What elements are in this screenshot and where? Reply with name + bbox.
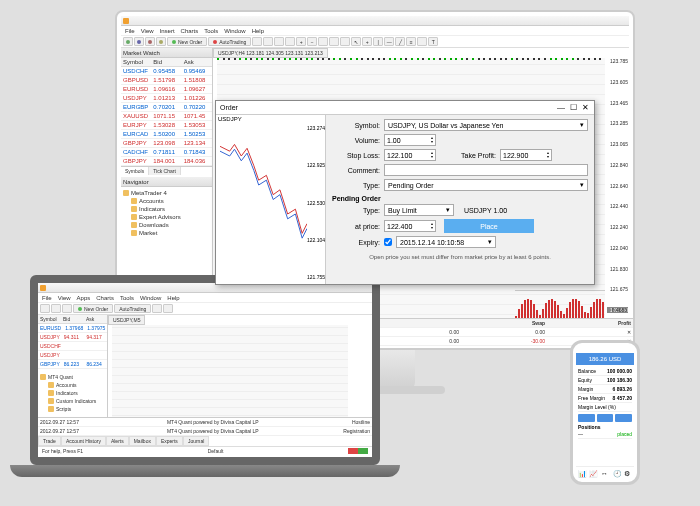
market-watch-row[interactable]: USDCHF0.954580.95469: [121, 67, 212, 76]
history-icon[interactable]: 🕘: [613, 470, 621, 478]
zoom-out-icon[interactable]: −: [307, 37, 317, 46]
cursor-icon[interactable]: ↖: [351, 37, 361, 46]
menu-charts[interactable]: Charts: [96, 295, 114, 301]
toolbar-button[interactable]: [40, 304, 50, 313]
symbol-field[interactable]: USDJPY, US Dollar vs Japanese Yen▾: [384, 119, 588, 131]
toolbar-button[interactable]: [62, 304, 72, 313]
atprice-stepper[interactable]: 122.400▴▾: [384, 220, 436, 232]
position-row[interactable]: —placed: [578, 430, 632, 439]
new-order-button[interactable]: New Order: [167, 37, 207, 46]
market-watch-row[interactable]: CADCHF0.718110.71843: [121, 148, 212, 157]
autotrading-button[interactable]: AutoTrading: [208, 37, 251, 46]
market-watch-row[interactable]: GBPJPY86.22386.234: [38, 360, 107, 369]
nav-expert-advisors[interactable]: Expert Advisors: [123, 213, 210, 221]
text-icon[interactable]: T: [428, 37, 438, 46]
toolbar-button[interactable]: [285, 37, 295, 46]
market-watch-row[interactable]: EURJPY1.530281.53053: [121, 121, 212, 130]
toolbar-button[interactable]: [329, 37, 339, 46]
mobile-button[interactable]: [578, 414, 595, 422]
volume-stepper[interactable]: 1.00▴▾: [384, 134, 436, 146]
trade-icon[interactable]: ↔: [601, 470, 609, 478]
channel-icon[interactable]: ≡: [406, 37, 416, 46]
mobile-button[interactable]: [615, 414, 632, 422]
new-order-button[interactable]: New Order: [73, 304, 113, 313]
maximize-icon[interactable]: ☐: [568, 103, 578, 113]
nav-accounts[interactable]: Accounts: [123, 197, 210, 205]
toolbar-button[interactable]: [318, 37, 328, 46]
market-watch-row[interactable]: XAUUSD1071.151071.45: [121, 112, 212, 121]
toolbar-button[interactable]: [252, 37, 262, 46]
nav-custom-indicators[interactable]: Custom Indicators: [40, 397, 105, 405]
market-watch-row[interactable]: EURUSD1.379681.37975: [38, 324, 107, 333]
minimize-icon[interactable]: —: [556, 103, 566, 113]
tab-tick-chart[interactable]: Tick Chart: [149, 167, 181, 175]
menu-file[interactable]: File: [42, 295, 52, 301]
zoom-in-icon[interactable]: +: [296, 37, 306, 46]
toolbar-button[interactable]: [152, 304, 162, 313]
menu-help[interactable]: Help: [252, 28, 264, 34]
toolbar-button[interactable]: [134, 37, 144, 46]
market-watch-row[interactable]: USDJPY: [38, 351, 107, 360]
menu-file[interactable]: File: [125, 28, 135, 34]
pending-type-field[interactable]: Buy Limit▾: [384, 204, 454, 216]
comment-field[interactable]: [384, 164, 588, 176]
tab-symbols[interactable]: Symbols: [121, 167, 149, 175]
market-watch-row[interactable]: USDJPY94.31194.317: [38, 333, 107, 342]
menu-charts[interactable]: Charts: [181, 28, 199, 34]
menu-insert[interactable]: Insert: [160, 28, 175, 34]
chart-tab[interactable]: USDJPY,H4 123.181 124.305 123.131 123.21…: [213, 48, 328, 58]
menu-apps[interactable]: Apps: [77, 295, 91, 301]
mobile-button[interactable]: [597, 414, 614, 422]
tab-experts[interactable]: Experts: [156, 436, 183, 446]
tab-mailbox[interactable]: Mailbox: [129, 436, 156, 446]
toolbar-button[interactable]: [123, 37, 133, 46]
menu-tools[interactable]: Tools: [120, 295, 134, 301]
settings-icon[interactable]: ⚙: [624, 470, 632, 478]
toolbar-button[interactable]: [263, 37, 273, 46]
menu-view[interactable]: View: [58, 295, 71, 301]
nav-indicators[interactable]: Indicators: [40, 389, 105, 397]
nav-market[interactable]: Market: [123, 229, 210, 237]
market-watch-row[interactable]: USDCHF: [38, 342, 107, 351]
menu-window[interactable]: Window: [224, 28, 245, 34]
menu-tools[interactable]: Tools: [204, 28, 218, 34]
toolbar-button[interactable]: [51, 304, 61, 313]
hline-icon[interactable]: —: [384, 37, 394, 46]
market-watch-row[interactable]: USDJPY1.012131.01226: [121, 94, 212, 103]
order-dialog[interactable]: Order — ☐ ✕ USDJPY 123.274122.925122.530…: [215, 100, 595, 285]
expiry-field[interactable]: 2015.12.14 10:10:58▾: [396, 236, 496, 248]
market-watch-row[interactable]: EURCAD1.502001.50253: [121, 130, 212, 139]
nav-root[interactable]: MT4 Quant: [40, 373, 105, 381]
toolbar-button[interactable]: [163, 304, 173, 313]
stoploss-stepper[interactable]: 122.100▴▾: [384, 149, 436, 161]
chart-tab[interactable]: USDJPY,M5: [108, 315, 145, 325]
market-watch-row[interactable]: EURGBP0.702010.70220: [121, 103, 212, 112]
market-watch-row[interactable]: GBPJPY184.001184.036: [121, 157, 212, 166]
toolbar-button[interactable]: [145, 37, 155, 46]
order-type-field[interactable]: Pending Order▾: [384, 179, 588, 191]
menu-view[interactable]: View: [141, 28, 154, 34]
market-watch-row[interactable]: GBPUSD1.517981.51808: [121, 76, 212, 85]
menu-window[interactable]: Window: [140, 295, 161, 301]
tab-trade[interactable]: Trade: [38, 436, 61, 446]
chart-icon[interactable]: 📈: [589, 470, 597, 478]
terminal-row[interactable]: 2012.09.27 12:57MT4 Quant powered by Div…: [38, 418, 372, 427]
takeprofit-stepper[interactable]: 122.900▴▾: [500, 149, 552, 161]
nav-scripts[interactable]: Scripts: [40, 405, 105, 413]
terminal-row[interactable]: 2012.09.27 12:57MT4 Quant powered by Div…: [38, 427, 372, 436]
toolbar-button[interactable]: [340, 37, 350, 46]
nav-root[interactable]: MetaTrader 4: [123, 189, 210, 197]
quotes-icon[interactable]: 📊: [578, 470, 586, 478]
menu-help[interactable]: Help: [167, 295, 179, 301]
nav-accounts[interactable]: Accounts: [40, 381, 105, 389]
tab-account-history[interactable]: Account History: [61, 436, 106, 446]
market-watch-row[interactable]: GBPJPY123.098123.134: [121, 139, 212, 148]
expiry-checkbox[interactable]: [384, 238, 392, 246]
autotrading-button[interactable]: AutoTrading: [114, 304, 151, 313]
nav-downloads[interactable]: Downloads: [123, 221, 210, 229]
toolbar-button[interactable]: [274, 37, 284, 46]
place-button[interactable]: Place: [444, 219, 534, 233]
vline-icon[interactable]: |: [373, 37, 383, 46]
trendline-icon[interactable]: ╱: [395, 37, 405, 46]
close-icon[interactable]: ✕: [580, 103, 590, 113]
